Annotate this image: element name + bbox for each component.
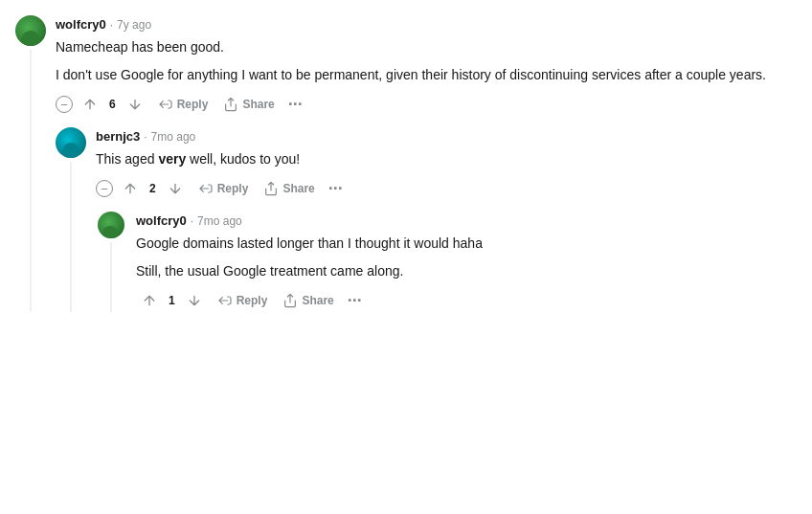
comment-3-actions: 1 [136,289,797,312]
comment-3-dot: · [191,214,193,228]
comment-2-text-p1: This aged very well, kudos to you! [96,149,797,169]
downvote-icon-2 [168,181,183,196]
comment-1-text-p1: Namecheap has been good. [56,37,797,57]
comment-2-upvote-btn[interactable] [117,177,144,200]
upvote-icon [82,97,98,112]
comment-3-more-btn[interactable]: ··· [344,290,366,311]
comment-3-reply-btn[interactable]: Reply [212,289,274,312]
comment-2-dot: · [144,130,147,144]
comment-2-header: bernjc3 · 7mo ago [96,129,797,144]
comment-1-downvote-btn[interactable] [122,93,148,116]
comment-3-text-p1: Google domains lasted longer than I thou… [136,234,797,254]
comment-1-author: wolfcry0 [56,17,106,32]
comment-3-author: wolfcry0 [136,213,187,228]
comment-1-upvote-btn[interactable] [77,93,103,116]
thread-line-2 [70,162,72,312]
comment-2-author: bernjc3 [96,129,140,144]
comment-3-share-btn[interactable]: Share [277,289,339,312]
comment-1-body: wolfcry0 · 7y ago Namecheap has been goo… [56,15,797,312]
comment-3-text: Google domains lasted longer than I thou… [136,234,797,281]
nested-reply-container-2: wolfcry0 · 7mo ago Google domains lasted… [96,212,797,312]
comment-2-more-btn[interactable]: ··· [325,178,347,199]
comment-1: wolfcry0 · 7y ago Namecheap has been goo… [15,15,797,312]
comment-3-left [96,212,126,312]
comment-3-header: wolfcry0 · 7mo ago [136,213,797,228]
comment-1-header: wolfcry0 · 7y ago [56,17,797,32]
comment-2-share-label: Share [282,183,314,194]
share-icon-2 [263,181,279,196]
share-icon [223,97,238,112]
comment-1-time: 7y ago [117,18,151,32]
comment-2-reply-label: Reply [217,183,249,194]
comment-2-time: 7mo ago [151,130,196,144]
downvote-icon-3 [187,293,202,308]
comment-2-share-btn[interactable]: Share [258,177,320,200]
comment-3-thread: wolfcry0 · 7mo ago Google domains lasted… [96,212,797,312]
reply-icon [158,97,173,112]
comment-3-downvote-btn[interactable] [181,289,208,312]
comment-1-dot: · [110,18,113,32]
comment-2-collapse-btn[interactable]: − [96,180,113,197]
comment-1-text: Namecheap has been good. I don't use Goo… [56,37,797,85]
comment-1-reply-label: Reply [177,99,209,110]
comment-2-vote-count: 2 [147,182,158,195]
comment-1-left [15,15,46,312]
comment-2-downvote-btn[interactable] [162,177,189,200]
comment-3-share-label: Share [302,295,333,306]
comment-2-text: This aged very well, kudos to you! [96,149,797,169]
comment-thread: wolfcry0 · 7y ago Namecheap has been goo… [15,15,797,320]
avatar-wolfcry0-main [15,15,46,46]
comment-1-share-btn[interactable]: Share [217,93,280,116]
comment-1-share-label: Share [242,99,274,110]
comment-3-time: 7mo ago [197,214,242,228]
upvote-icon-2 [123,181,138,196]
share-icon-3 [282,293,298,308]
comment-1-actions: − 6 Reply [56,93,797,116]
reply-icon-2 [198,181,214,196]
comment-3-text-p2: Still, the usual Google treatment came a… [136,261,797,281]
comment-2-left [56,127,86,312]
comment-2-reply-btn[interactable]: Reply [192,177,255,200]
comment-3-body: wolfcry0 · 7mo ago Google domains lasted… [136,212,797,312]
thread-line-1 [30,50,32,312]
comment-1-vote-count: 6 [107,98,118,111]
downvote-icon [127,97,143,112]
nested-reply-container-1: bernjc3 · 7mo ago This aged very well, k… [56,127,797,312]
avatar-wolfcry0-small [98,212,124,238]
comment-1-reply-btn[interactable]: Reply [152,93,214,116]
comment-2-thread: bernjc3 · 7mo ago This aged very well, k… [56,127,797,312]
avatar-bernjc3 [56,127,86,158]
comment-3-upvote-btn[interactable] [136,289,163,312]
comment-1-text-p2: I don't use Google for anything I want t… [56,65,797,85]
thread-line-3 [110,242,112,312]
comment-1-collapse-btn[interactable]: − [56,96,73,113]
comment-3-vote-count: 1 [167,294,177,307]
very-bold: very [158,151,186,167]
reply-icon-3 [217,293,233,308]
comment-2-body: bernjc3 · 7mo ago This aged very well, k… [96,127,797,312]
upvote-icon-3 [142,293,157,308]
comment-2-actions: − 2 [96,177,797,200]
comment-3-reply-label: Reply [237,295,268,306]
comment-1-more-btn[interactable]: ··· [284,94,306,115]
